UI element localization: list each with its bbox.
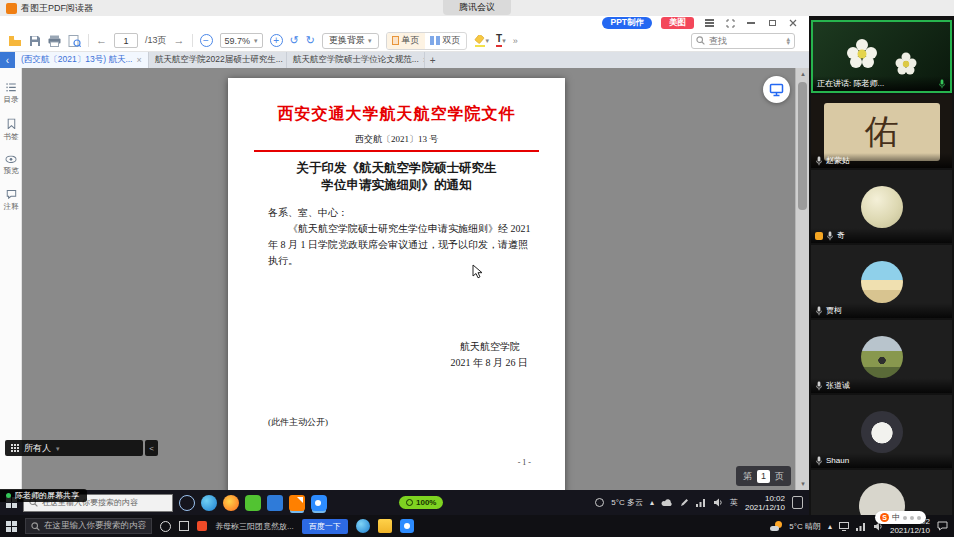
baidu-search-button[interactable]: 百度一下 <box>302 519 348 534</box>
ime-mode-indicator[interactable]: 中 <box>892 512 900 523</box>
tencent-meeting-taskbar-icon[interactable] <box>400 519 414 533</box>
nav-annotation-button[interactable]: 注释 <box>3 190 18 212</box>
find-input[interactable] <box>709 36 767 46</box>
minimize-button[interactable] <box>745 17 757 29</box>
ime-indicator[interactable]: 英 <box>730 497 738 508</box>
tray-ring-icon[interactable] <box>595 498 604 507</box>
more-tools-icon[interactable]: » <box>513 36 518 46</box>
double-page-button[interactable]: 双页 <box>425 33 466 49</box>
participant-tile[interactable]: 佑 赵蒙姑 <box>811 95 952 168</box>
open-file-icon[interactable] <box>8 35 22 47</box>
meitu-promo-button[interactable]: 美图 <box>661 17 694 29</box>
participant-tile[interactable]: Shaun <box>811 395 952 468</box>
fullscreen-icon[interactable] <box>724 17 736 29</box>
monitor-icon[interactable] <box>839 522 849 531</box>
change-background-button[interactable]: 更换背景 ▾ <box>322 33 379 49</box>
browser-icon[interactable] <box>201 495 217 511</box>
find-next-icon[interactable]: ▾ <box>786 41 790 45</box>
file-explorer-icon[interactable] <box>378 519 392 533</box>
mic-muted-icon <box>815 306 823 316</box>
cortana-icon[interactable] <box>160 521 171 532</box>
maximize-button[interactable] <box>766 17 778 29</box>
menu-icon[interactable] <box>703 17 715 29</box>
new-tab-button[interactable]: + <box>425 52 441 68</box>
chat-bubble-icon[interactable] <box>937 521 948 531</box>
browser-icon[interactable] <box>356 519 370 533</box>
single-page-button[interactable]: 单页 <box>387 33 425 49</box>
participant-tile[interactable]: 奇 <box>811 170 952 243</box>
previous-page-icon[interactable]: ← <box>96 35 107 46</box>
home-tab-icon[interactable]: ‹ <box>0 52 15 68</box>
close-button[interactable] <box>787 17 799 29</box>
action-center-icon[interactable] <box>792 496 803 509</box>
ime-tool-icon[interactable] <box>903 516 907 520</box>
print-preview-icon[interactable] <box>68 35 81 47</box>
tray-time: 10:02 <box>765 494 785 503</box>
wechat-icon[interactable] <box>245 495 261 511</box>
chat-target-bar[interactable]: 所有人 ▾ <box>5 440 143 456</box>
cloud-icon[interactable] <box>661 499 673 507</box>
weather-widget[interactable]: 5°C 晴朗 <box>789 521 821 532</box>
chevron-down-icon: ▾ <box>502 37 506 44</box>
office-icon[interactable] <box>267 495 283 511</box>
start-button[interactable] <box>6 521 17 532</box>
task-view-icon[interactable] <box>179 521 189 531</box>
tray-expand-icon[interactable]: ▴ <box>828 522 832 531</box>
tab-document-2[interactable]: 航天航空学院2022届硕士研究生... × <box>149 52 287 68</box>
meeting-title-pill[interactable]: 腾讯会议 <box>443 0 511 15</box>
print-icon[interactable] <box>48 35 61 47</box>
tray-expand-icon[interactable]: ▴ <box>650 498 654 507</box>
save-icon[interactable] <box>29 35 41 47</box>
network-icon[interactable] <box>696 498 706 507</box>
ime-tool-icon[interactable] <box>910 516 914 520</box>
battery-ring-icon <box>406 499 413 506</box>
nav-preview-button[interactable]: 预览 <box>3 156 18 176</box>
signature: 航天航空学院 <box>460 340 520 354</box>
meeting-docs-button[interactable] <box>763 76 790 103</box>
page-number-input[interactable] <box>114 33 138 48</box>
mic-muted-icon <box>815 456 823 466</box>
notice-title-line2: 学位申请实施细则》的通知 <box>228 177 565 194</box>
network-icon[interactable] <box>856 522 866 531</box>
pen-icon[interactable] <box>680 498 689 507</box>
scroll-up-icon[interactable]: ▴ <box>796 68 810 80</box>
zoom-level-dropdown[interactable]: 59.7% ▾ <box>220 33 263 48</box>
close-tab-icon[interactable]: × <box>136 55 141 65</box>
speaker-icon[interactable] <box>713 498 723 507</box>
nav-outline-button[interactable]: 目录 <box>3 83 18 105</box>
sharing-status-dot <box>6 493 11 498</box>
participant-tile-speaker[interactable]: 正在讲话: 陈老师... <box>811 20 952 93</box>
pdf-reader-taskbar-icon[interactable] <box>289 495 305 511</box>
scroll-down-icon[interactable]: ▾ <box>796 478 810 490</box>
tencent-meeting-taskbar-icon[interactable] <box>311 495 327 511</box>
news-widget-text[interactable]: 养母称三阳团竟然放... <box>215 521 294 532</box>
clock-widget[interactable]: 10:02 2021/12/10 <box>745 494 785 512</box>
rotate-left-icon[interactable]: ↺ <box>290 35 299 46</box>
vertical-scrollbar[interactable]: ▴ ▾ <box>795 68 809 490</box>
zoom-in-icon[interactable]: + <box>270 34 283 47</box>
ppt-promo-button[interactable]: PPT制作 <box>602 17 652 29</box>
ime-tool-icon[interactable] <box>917 516 921 520</box>
zoom-out-icon[interactable]: − <box>200 34 213 47</box>
participant-tile[interactable]: 贾柯 <box>811 245 952 318</box>
tab-document-1[interactable]: (西交航〔2021〕13号) 航天... × <box>15 52 149 68</box>
rotate-right-icon[interactable]: ↻ <box>306 35 315 46</box>
cortana-icon[interactable] <box>179 495 195 511</box>
page-indicator[interactable]: 第 1 页 <box>736 466 791 486</box>
collapse-chat-bar-button[interactable]: < <box>145 440 158 456</box>
taskbar-search-box[interactable]: 在这里输入你要搜索的内容 <box>25 518 152 534</box>
sogou-ime-bar[interactable]: S 中 <box>875 511 926 524</box>
nav-bookmark-button[interactable]: 书签 <box>3 119 18 142</box>
text-color-button[interactable]: T ▾ <box>496 34 506 47</box>
document-viewport[interactable]: 西安交通大学航天航空学院文件 西交航〔2021〕13 号 关于印发《航天航空学院… <box>22 68 795 490</box>
weather-widget[interactable]: 5°C 多云 <box>611 497 643 508</box>
tab-document-3[interactable]: 航天航空学院硕士学位论文规范... × <box>287 52 425 68</box>
participant-tile[interactable] <box>811 470 952 515</box>
next-page-icon[interactable]: → <box>174 35 185 46</box>
scrollbar-thumb[interactable] <box>798 82 807 210</box>
battery-widget[interactable]: 100% <box>399 496 443 509</box>
participant-name: 张道诚 <box>826 380 850 391</box>
highlighter-button[interactable]: ▾ <box>474 35 490 47</box>
firefox-icon[interactable] <box>223 495 239 511</box>
participant-tile[interactable]: 张道诚 <box>811 320 952 393</box>
